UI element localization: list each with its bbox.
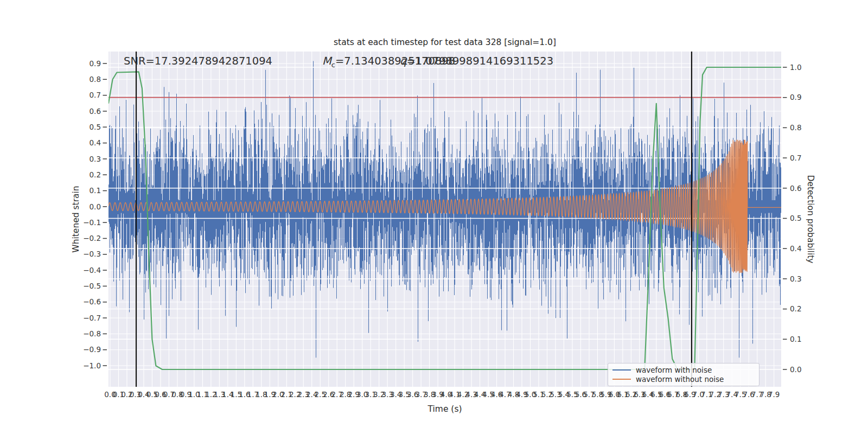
legend-item-signal: waveform without noise bbox=[608, 374, 759, 384]
y-tick-label-left: −0.9 bbox=[83, 345, 101, 354]
y-tick-label-right: 0.0 bbox=[790, 365, 801, 374]
chirp-mass-subscript: c bbox=[331, 61, 335, 69]
y-axis-label-right: Detection probability bbox=[806, 175, 815, 264]
annotation-mass-ratio: q=1.0798998914169311523 bbox=[400, 55, 553, 67]
mass-ratio-symbol: q bbox=[400, 55, 406, 67]
x-tick-label: 7.9 bbox=[768, 390, 780, 399]
y-tick-label-right: 0.3 bbox=[790, 275, 801, 283]
y-tick-label-right: 0.6 bbox=[790, 184, 801, 193]
y-tick-label-right: 0.4 bbox=[790, 244, 801, 253]
x-axis-label: Time (s) bbox=[108, 404, 781, 414]
y-tick-label-left: −0.3 bbox=[83, 250, 101, 258]
chart-title: stats at each timestep for test data 328… bbox=[108, 37, 781, 47]
y-tick-label-right: 0.7 bbox=[790, 154, 801, 162]
legend: waveform with noise waveform without noi… bbox=[608, 363, 760, 386]
y-tick-label-right: 0.9 bbox=[790, 93, 801, 101]
legend-label-noise: waveform with noise bbox=[636, 366, 712, 374]
legend-line-noise bbox=[612, 369, 631, 371]
y-tick-label-left: 0.7 bbox=[90, 91, 101, 99]
y-tick-label-left: 0.2 bbox=[90, 170, 101, 179]
chirp-mass-symbol: M bbox=[322, 55, 331, 67]
y-tick-label-left: −0.8 bbox=[83, 329, 101, 338]
y-tick-label-left: 0.9 bbox=[90, 59, 101, 68]
y-tick-label-left: 0.8 bbox=[90, 75, 101, 84]
y-tick-label-left: −1.0 bbox=[83, 361, 101, 370]
y-tick-label-left: 0.3 bbox=[90, 155, 101, 163]
y-tick-label-left: −0.4 bbox=[83, 266, 101, 275]
y-axis-label-left: Whitened strain bbox=[71, 186, 81, 252]
legend-label-signal: waveform without noise bbox=[636, 375, 724, 384]
snr-text: SNR=17.392478942871094 bbox=[124, 55, 272, 67]
figure: 0.90.80.70.60.50.40.30.20.10.0−0.1−0.2−0… bbox=[0, 0, 868, 434]
y-tick-label-left: −0.6 bbox=[83, 297, 101, 306]
y-tick-label-left: 0.4 bbox=[90, 138, 101, 147]
y-tick-label-left: 0.1 bbox=[90, 186, 101, 195]
y-tick-label-left: 0.0 bbox=[90, 202, 101, 211]
y-tick-label-left: −0.5 bbox=[83, 282, 101, 290]
y-tick-label-right: 0.5 bbox=[790, 214, 801, 222]
y-tick-label-left: −0.7 bbox=[83, 314, 101, 322]
annotation-snr: SNR=17.392478942871094 bbox=[124, 55, 272, 67]
mass-ratio-value: =1.0798998914169311523 bbox=[406, 55, 553, 67]
legend-item-noise: waveform with noise bbox=[608, 365, 759, 374]
legend-line-signal bbox=[612, 379, 631, 380]
y-tick-label-right: 0.1 bbox=[790, 335, 801, 343]
y-tick-label-left: 0.5 bbox=[90, 123, 101, 131]
y-tick-label-left: −0.1 bbox=[83, 218, 101, 227]
y-tick-label-right: 1.0 bbox=[790, 63, 801, 72]
y-tick-label-left: −0.2 bbox=[83, 234, 101, 242]
y-tick-label-right: 0.2 bbox=[790, 304, 801, 313]
y-tick-label-right: 0.8 bbox=[790, 123, 801, 132]
y-tick-label-left: 0.6 bbox=[90, 107, 101, 116]
